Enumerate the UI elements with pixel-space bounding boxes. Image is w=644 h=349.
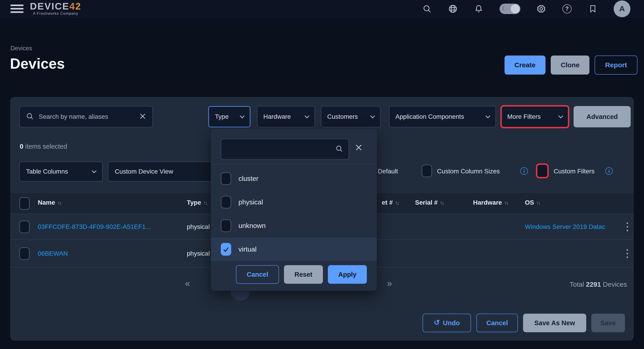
chevron-down-icon <box>304 113 309 118</box>
save-as-new-button[interactable]: Save As New <box>523 314 586 332</box>
chevron-down-icon <box>370 113 375 118</box>
total-devices-status: Total 2291 Devices <box>570 280 627 288</box>
pagination-last-icon[interactable]: » <box>387 278 392 288</box>
column-header-type[interactable]: Type↑↓ <box>187 199 207 206</box>
help-icon[interactable]: ? <box>562 4 572 14</box>
page-actions: Create Clone Report <box>504 56 638 75</box>
physical-checkbox[interactable] <box>221 196 231 208</box>
chevron-down-icon <box>240 113 244 118</box>
device-os-link[interactable]: Windows Server 2019 Datac <box>525 214 605 239</box>
option-physical[interactable]: physical <box>211 190 377 214</box>
table-columns-dropdown[interactable]: Table Columns <box>19 162 102 182</box>
row-checkbox[interactable] <box>19 247 30 260</box>
globe-icon[interactable] <box>448 4 458 14</box>
device-name-link[interactable]: 03FFCDFE-873D-4F09-902E-A51EF1... <box>38 214 151 239</box>
row-actions-kebab-icon[interactable] <box>625 248 630 259</box>
hamburger-menu-icon[interactable] <box>10 5 24 13</box>
dropdown-apply-button[interactable]: Apply <box>328 265 367 284</box>
column-header-name[interactable]: Name↑↓ <box>38 199 61 206</box>
cluster-checkbox[interactable] <box>221 172 231 185</box>
custom-filters-checkbox[interactable] <box>537 165 548 177</box>
select-all-checkbox[interactable] <box>19 197 30 210</box>
save-button[interactable]: Save <box>591 314 625 332</box>
sort-icon: ↑↓ <box>395 200 398 206</box>
report-button[interactable]: Report <box>595 56 638 75</box>
clear-search-icon[interactable] <box>139 113 146 121</box>
device42-logo: DEVICE42 A Freshworks Company <box>30 2 81 16</box>
chevron-down-icon <box>92 168 96 173</box>
breadcrumb[interactable]: Devices <box>10 45 32 52</box>
settings-gear-icon[interactable] <box>536 4 546 14</box>
column-header-hardware[interactable]: Hardware↑↓ <box>473 199 508 206</box>
logo-subtitle: A Freshworks Company <box>33 11 78 16</box>
sort-icon: ↑↓ <box>536 200 540 206</box>
divider <box>211 164 377 164</box>
filter-more-filters-dropdown[interactable]: More Filters <box>501 106 568 127</box>
notifications-bell-icon[interactable] <box>474 4 484 14</box>
undo-icon: ↺ <box>434 318 440 327</box>
search-icon <box>26 112 34 121</box>
device-type: physical <box>187 214 210 239</box>
selected-count: 0 <box>20 143 23 150</box>
advanced-button[interactable]: Advanced <box>574 106 631 127</box>
device-search-input[interactable] <box>39 113 139 120</box>
items-selected-status: 0 items selected <box>20 143 67 150</box>
theme-toggle[interactable]: ☾ <box>500 4 520 14</box>
device-search-box <box>19 106 153 127</box>
top-navigation-bar: DEVICE42 A Freshworks Company ☾ ? A <box>0 0 644 18</box>
undo-button[interactable]: ↺Undo <box>422 314 471 332</box>
column-header-os[interactable]: OS↑↓ <box>525 199 540 206</box>
type-filter-dropdown-panel: cluster physical unknown virtual Cancel … <box>211 129 377 291</box>
logo-text: DEVICE42 <box>30 2 81 11</box>
close-icon[interactable] <box>355 144 362 152</box>
custom-column-sizes-label: Custom Column Sizes <box>437 168 500 175</box>
chevron-down-icon <box>558 113 563 118</box>
total-count: 2291 <box>586 280 601 288</box>
unknown-checkbox[interactable] <box>221 219 231 232</box>
cancel-button[interactable]: Cancel <box>476 314 518 332</box>
dropdown-cancel-button[interactable]: Cancel <box>236 265 279 284</box>
virtual-checkbox-checked[interactable] <box>221 243 231 256</box>
chevron-down-icon <box>486 113 490 118</box>
option-virtual[interactable]: virtual <box>211 237 377 261</box>
sort-icon: ↑↓ <box>57 200 61 206</box>
dropdown-search-input[interactable] <box>227 146 335 153</box>
bookmark-icon[interactable] <box>588 4 598 14</box>
clone-button[interactable]: Clone <box>551 56 590 75</box>
moon-icon: ☾ <box>502 5 507 12</box>
dropdown-reset-button[interactable]: Reset <box>284 265 323 284</box>
device-type: physical <box>187 240 210 267</box>
logo-accent-42: 42 <box>69 1 81 12</box>
custom-column-sizes-info-icon[interactable]: i <box>520 167 528 175</box>
option-cluster[interactable]: cluster <box>211 167 377 190</box>
search-icon[interactable] <box>422 4 432 14</box>
row-actions-kebab-icon[interactable] <box>625 221 630 232</box>
user-avatar[interactable]: A <box>614 1 630 17</box>
pagination-first-icon[interactable]: « <box>185 278 190 288</box>
dropdown-search-box <box>221 139 349 160</box>
option-unknown[interactable]: unknown <box>211 214 377 237</box>
page-title: Devices <box>10 55 65 72</box>
custom-filters-info-icon[interactable]: i <box>605 167 613 175</box>
search-icon <box>335 145 343 153</box>
sort-icon: ↑↓ <box>504 200 508 206</box>
filter-type-dropdown[interactable]: Type <box>208 106 250 127</box>
filter-application-components-dropdown[interactable]: Application Components <box>389 106 496 127</box>
column-header-asset[interactable]: et #↑↓ <box>382 199 398 206</box>
sort-icon: ↑↓ <box>440 200 444 206</box>
row-checkbox[interactable] <box>19 220 30 233</box>
column-header-serial[interactable]: Serial #↑↓ <box>415 199 444 206</box>
sort-icon: ↑↓ <box>203 200 207 206</box>
device-name-link[interactable]: 06BEWAN <box>38 240 68 267</box>
filter-hardware-dropdown[interactable]: Hardware <box>257 106 315 127</box>
create-button[interactable]: Create <box>504 56 546 75</box>
custom-filters-label: Custom Filters <box>554 168 594 175</box>
custom-column-sizes-checkbox[interactable] <box>422 165 432 177</box>
toggle-knob <box>511 4 520 13</box>
filter-customers-dropdown[interactable]: Customers <box>321 106 381 127</box>
